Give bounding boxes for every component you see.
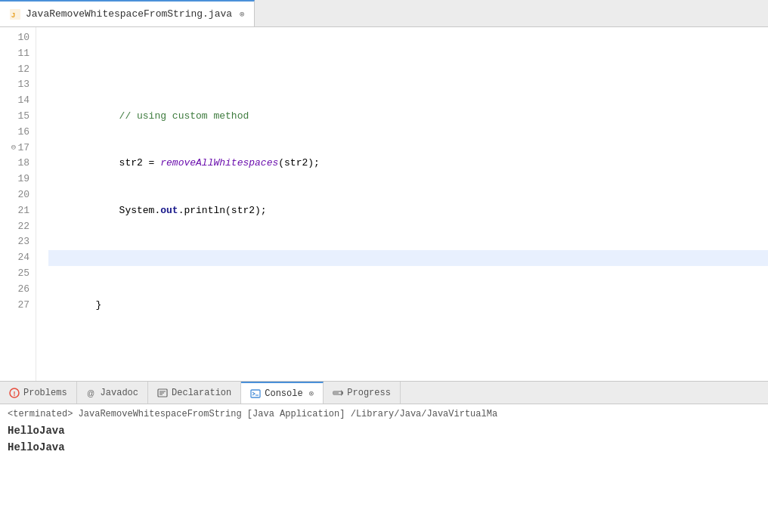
java-file-icon: J xyxy=(9,8,21,20)
tab-console-label: Console xyxy=(265,388,302,399)
tab-console[interactable]: Console ⊗ xyxy=(241,382,324,404)
console-line-1: HelloJava xyxy=(8,422,760,439)
progress-icon xyxy=(333,388,343,398)
svg-text:J: J xyxy=(11,11,15,19)
tab-javadoc-label: Javadoc xyxy=(101,388,138,398)
editor-tab[interactable]: J JavaRemoveWhitespaceFromString.java ⊗ xyxy=(0,0,255,26)
tab-progress-label: Progress xyxy=(347,388,391,398)
code-line-11: // using custom method xyxy=(48,109,768,125)
declaration-icon xyxy=(157,388,168,398)
console-close-icon[interactable]: ⊗ xyxy=(309,388,314,398)
console-icon xyxy=(250,388,261,399)
code-content[interactable]: // using custom method str2 = removeAllW… xyxy=(36,27,768,381)
javadoc-icon: @ xyxy=(86,388,97,398)
editor-area: 10 11 12 13 14 15 16 ⊖17 18 19 20 21 22 … xyxy=(0,27,768,381)
tab-declaration[interactable]: Declaration xyxy=(148,382,241,404)
bottom-panel: ! Problems @ Javadoc Declaration xyxy=(0,381,768,532)
code-line-13: System.out.println(str2); xyxy=(48,203,768,219)
tab-progress[interactable]: Progress xyxy=(324,382,401,404)
code-line-15: } xyxy=(48,298,768,314)
tab-problems-label: Problems xyxy=(23,388,67,398)
code-line-12: str2 = removeAllWhitespaces(str2); xyxy=(48,156,768,172)
code-line-16 xyxy=(48,345,768,360)
console-header: <terminated> JavaRemoveWhitespaceFromStr… xyxy=(8,409,760,419)
tab-javadoc[interactable]: @ Javadoc xyxy=(77,382,148,404)
tab-close-icon[interactable]: ⊗ xyxy=(240,9,245,19)
line-numbers: 10 11 12 13 14 15 16 ⊖17 18 19 20 21 22 … xyxy=(0,27,36,381)
svg-text:@: @ xyxy=(87,389,94,397)
code-line-14 xyxy=(48,250,768,266)
code-line-10 xyxy=(48,62,768,78)
code-container: 10 11 12 13 14 15 16 ⊖17 18 19 20 21 22 … xyxy=(0,27,768,381)
problems-icon: ! xyxy=(9,388,20,398)
svg-rect-12 xyxy=(333,391,339,394)
tab-declaration-label: Declaration xyxy=(172,388,231,398)
tab-filename: JavaRemoveWhitespaceFromString.java xyxy=(26,8,232,20)
console-output: HelloJava HelloJava xyxy=(8,422,760,456)
console-output-area: <terminated> JavaRemoveWhitespaceFromStr… xyxy=(0,404,768,532)
svg-text:!: ! xyxy=(14,390,16,397)
tab-bar: J JavaRemoveWhitespaceFromString.java ⊗ xyxy=(0,0,768,27)
tab-problems[interactable]: ! Problems xyxy=(0,382,77,404)
bottom-tabs: ! Problems @ Javadoc Declaration xyxy=(0,382,768,404)
console-line-2: HelloJava xyxy=(8,439,760,456)
